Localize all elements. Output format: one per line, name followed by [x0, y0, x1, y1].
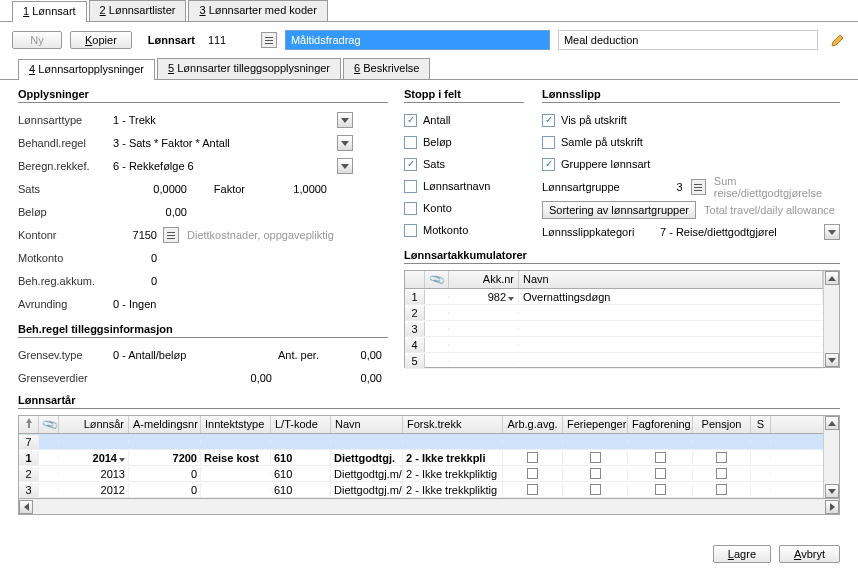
yh-ar[interactable]: Lønnsår	[59, 416, 129, 433]
dropdown-icon[interactable]	[337, 112, 353, 128]
yh-pensjon[interactable]: Pensjon	[693, 416, 751, 433]
years-scrollbar[interactable]	[823, 416, 839, 498]
kat-value[interactable]: 7 - Reise/diettgodtgjørel	[660, 226, 816, 238]
faktor-value[interactable]: 1,0000	[253, 183, 333, 195]
chk-antall[interactable]	[404, 114, 417, 127]
chk-gruppere-label: Gruppere lønnsart	[561, 158, 650, 170]
kopier-button[interactable]: Kopier	[70, 31, 132, 49]
akk-h-navn[interactable]: Navn	[519, 271, 823, 288]
subtab-opplysninger[interactable]: 4 Lønnsartopplysninger	[18, 59, 155, 80]
lagre-button[interactable]: Lagre	[713, 545, 771, 563]
belop-label: Beløp	[18, 206, 113, 218]
gverd-v1: 0,00	[228, 372, 278, 384]
years-hscrollbar[interactable]	[18, 499, 840, 515]
stopp-title: Stopp i felt	[404, 88, 524, 103]
lonnsart-label: Lønnsart	[148, 34, 195, 46]
avr-value[interactable]: 0 - Ingen	[113, 298, 388, 310]
ny-button[interactable]: Ny	[12, 31, 62, 49]
akk-row[interactable]: 5	[405, 353, 823, 369]
akk-row[interactable]: 4	[405, 337, 823, 353]
subtab-tillegg[interactable]: 5 Lønnsarter tilleggsopplysninger	[157, 58, 341, 79]
lonnsart-code-input[interactable]: 111	[203, 31, 253, 49]
yh-lt[interactable]: L/T-kode	[271, 416, 331, 433]
yh-ferie[interactable]: Feriepenger	[563, 416, 628, 433]
grp-value[interactable]: 3	[660, 181, 683, 193]
regel-combo[interactable]: 3 - Sats * Faktor * Antall	[113, 135, 353, 151]
scroll-down-icon[interactable]	[825, 353, 839, 367]
top-tabs: 1 Lønnsart 2 Lønnsartlister 3 Lønnsarter…	[0, 0, 858, 22]
type-combo[interactable]: 1 - Trekk	[113, 112, 353, 128]
behakk-label: Beh.reg.akkum.	[18, 275, 113, 287]
footer: Lagre Avbryt	[713, 545, 840, 563]
dropdown-icon[interactable]	[337, 158, 353, 174]
akk-row[interactable]: 1982Overnattingsdøgn	[405, 289, 823, 305]
sats-label: Sats	[18, 183, 113, 195]
sort-grupper-button[interactable]: Sortering av lønnsartgrupper	[542, 201, 696, 219]
gtype-value: 0 - Antall/beløp	[113, 349, 278, 361]
tab-lonnsart[interactable]: 1 Lønnsart	[12, 1, 87, 22]
akk-scrollbar[interactable]	[823, 271, 839, 367]
scroll-down-icon[interactable]	[825, 484, 839, 498]
opplysninger-title: Opplysninger	[18, 88, 388, 103]
avbryt-button[interactable]: Avbryt	[779, 545, 840, 563]
chk-gruppere[interactable]	[542, 158, 555, 171]
chk-sats[interactable]	[404, 158, 417, 171]
chk-navn[interactable]	[404, 180, 417, 193]
chk-vis[interactable]	[542, 114, 555, 127]
gverd-v2: 0,00	[338, 372, 388, 384]
years-row[interactable]: 320120610Diettgodtgj.m/2 - Ikke trekkpli…	[19, 482, 823, 498]
tab-lonnsarter-koder[interactable]: 3 Lønnsarter med koder	[188, 0, 327, 21]
yh-forsk[interactable]: Forsk.trekk	[403, 416, 503, 433]
grp-label: Lønnsartgruppe	[542, 181, 652, 193]
akk-row[interactable]: 3	[405, 321, 823, 337]
akk-row[interactable]: 2	[405, 305, 823, 321]
belop-value[interactable]: 0,00	[113, 206, 193, 218]
yh-s[interactable]: S	[751, 416, 771, 433]
scroll-right-icon[interactable]	[825, 500, 839, 514]
lonnsart-altname-input[interactable]: Meal deduction	[558, 30, 818, 50]
rekk-combo[interactable]: 6 - Rekkefølge 6	[113, 158, 353, 174]
faktor-label: Faktor	[193, 183, 253, 195]
yh-ameld[interactable]: A-meldingsnr	[129, 416, 201, 433]
sub-tabs: 4 Lønnsartopplysninger 5 Lønnsarter till…	[0, 58, 858, 80]
subtab-beskrivelse[interactable]: 6 Beskrivelse	[343, 58, 430, 79]
regel-label: Behandl.regel	[18, 137, 113, 149]
yh-navn[interactable]: Navn	[331, 416, 403, 433]
edit-icon[interactable]	[830, 32, 846, 48]
yh-arbg[interactable]: Arb.g.avg.	[503, 416, 563, 433]
motkonto-label: Motkonto	[18, 252, 113, 264]
grp-hint1: Sum reise/diettgodtgjørelse	[714, 175, 840, 199]
chk-samle[interactable]	[542, 136, 555, 149]
dropdown-icon[interactable]	[824, 224, 840, 240]
pin-icon	[24, 418, 34, 428]
chk-sats-label: Sats	[423, 158, 445, 170]
chk-antall-label: Antall	[423, 114, 451, 126]
grp-lookup-icon[interactable]	[691, 179, 706, 195]
lonnsart-name-input[interactable]: Måltidsfradrag	[285, 30, 550, 50]
chk-belop-label: Beløp	[423, 136, 452, 148]
dropdown-icon[interactable]	[337, 135, 353, 151]
chk-konto[interactable]	[404, 202, 417, 215]
years-title: Lønnsartår	[18, 394, 840, 409]
years-row[interactable]: 7	[19, 434, 823, 450]
tab-lonnsartlister[interactable]: 2 Lønnsartlister	[89, 0, 187, 21]
sats-value[interactable]: 0,0000	[113, 183, 193, 195]
lookup-icon[interactable]	[261, 32, 277, 48]
kat-label: Lønnsslippkategori	[542, 226, 652, 238]
akk-h-nr[interactable]: Akk.nr	[449, 271, 519, 288]
chk-belop[interactable]	[404, 136, 417, 149]
konto-value[interactable]: 7150	[113, 229, 163, 241]
chk-motkonto[interactable]	[404, 224, 417, 237]
yh-fag[interactable]: Fagforening	[628, 416, 693, 433]
yh-innt[interactable]: Inntektstype	[201, 416, 271, 433]
scroll-up-icon[interactable]	[825, 416, 839, 430]
scroll-left-icon[interactable]	[19, 500, 33, 514]
konto-lookup-icon[interactable]	[163, 227, 179, 243]
scroll-up-icon[interactable]	[825, 271, 839, 285]
years-row[interactable]: 120147200Reise kost610Diettgodtgj.2 - Ik…	[19, 450, 823, 466]
motkonto-value[interactable]: 0	[113, 252, 163, 264]
years-row[interactable]: 220130610Diettgodtgj.m/2 - Ikke trekkpli…	[19, 466, 823, 482]
behakk-value[interactable]: 0	[113, 275, 163, 287]
gtype-label: Grensev.type	[18, 349, 113, 361]
attachment-icon: 📎	[427, 271, 446, 288]
